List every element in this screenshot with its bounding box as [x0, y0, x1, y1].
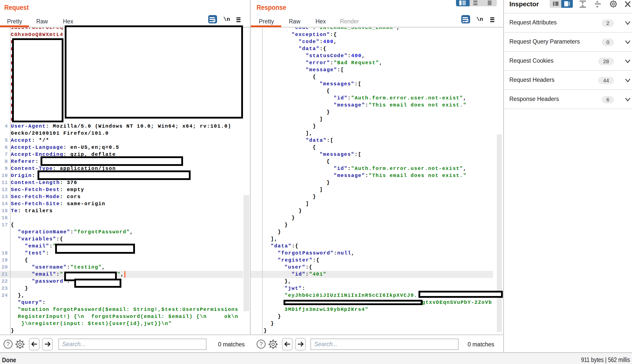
svg-text:?: ?	[260, 341, 263, 347]
svg-text:?: ?	[7, 341, 10, 347]
